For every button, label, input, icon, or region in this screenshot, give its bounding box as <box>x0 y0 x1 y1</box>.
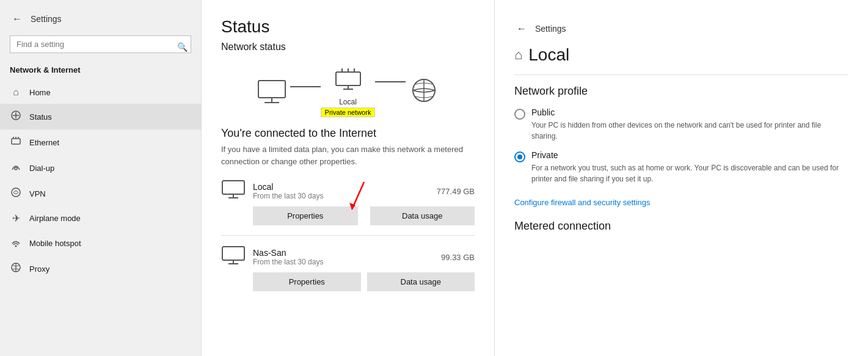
sidebar-item-airplane[interactable]: ✈ Airplane mode <box>0 206 201 230</box>
router-icon-container: Local Private network <box>321 65 376 117</box>
proxy-icon <box>10 262 22 275</box>
network-size2: 99.33 GB <box>441 253 475 262</box>
nassan-properties-button[interactable]: Properties <box>253 272 361 291</box>
sidebar-item-label: Dial-up <box>29 164 54 173</box>
private-content: Private For a network you trust, such as… <box>531 150 848 184</box>
sidebar-titlebar: ← Settings <box>0 7 201 33</box>
public-option: Public Your PC is hidden from other devi… <box>514 107 848 142</box>
public-radio[interactable] <box>514 109 525 120</box>
network-item-left2: Nas-San From the last 30 days <box>221 245 323 269</box>
router-label: Local <box>339 98 357 106</box>
public-desc: Your PC is hidden from other devices on … <box>531 120 848 142</box>
network-name2: Nas-San <box>253 248 323 258</box>
local-data-usage-button[interactable]: Data usage <box>370 206 475 225</box>
network-item-left: Local From the last 30 days <box>221 180 323 203</box>
network-profile-heading: Network profile <box>514 85 848 98</box>
private-option: Private For a network you trust, such as… <box>514 150 848 184</box>
private-network-badge: Private network <box>321 107 376 117</box>
svg-rect-23 <box>222 181 244 194</box>
globe-icon <box>406 76 442 106</box>
sidebar-item-label: VPN <box>29 189 46 198</box>
right-titlebar: ← Settings <box>514 17 848 45</box>
network-info: Local From the last 30 days <box>253 182 323 200</box>
network-name: Local <box>253 182 323 192</box>
monitor-icon2 <box>221 245 246 269</box>
sidebar-item-label: Status <box>29 112 52 122</box>
pc-icon <box>253 76 290 106</box>
network-sub: From the last 30 days <box>253 192 323 200</box>
public-content: Public Your PC is hidden from other devi… <box>531 107 848 142</box>
sidebar-title: Settings <box>31 14 62 24</box>
net-connector-line <box>290 86 321 87</box>
network-item-header2: Nas-San From the last 30 days 99.33 GB <box>221 245 475 269</box>
svg-rect-15 <box>336 72 360 85</box>
vpn-icon <box>10 187 22 200</box>
connected-sub: If you have a limited data plan, you can… <box>221 143 475 167</box>
sidebar-item-vpn[interactable]: VPN <box>0 181 201 206</box>
nassan-data-usage-button[interactable]: Data usage <box>367 272 475 291</box>
status-icon <box>10 110 22 123</box>
divider2 <box>514 74 848 75</box>
local-settings-panel: ← Settings ⌂ Local Network profile Publi… <box>495 0 868 356</box>
sidebar-item-label: Home <box>29 88 51 97</box>
sidebar-item-dialup[interactable]: Dial-up <box>0 155 201 181</box>
right-back-button[interactable]: ← <box>514 22 529 35</box>
status-panel: Status Network status Local Privat <box>202 0 495 356</box>
network-buttons-nassan: Properties Data usage <box>221 272 475 291</box>
private-desc: For a network you trust, such as at home… <box>531 162 848 184</box>
status-title: Status <box>221 17 475 37</box>
divider <box>221 235 475 236</box>
network-item-local: Local From the last 30 days 777.49 GB Pr… <box>221 180 475 225</box>
sidebar-item-proxy[interactable]: Proxy <box>0 256 201 282</box>
sidebar-item-label: Airplane mode <box>29 214 81 223</box>
network-buttons-local: Properties Data usage <box>221 206 475 225</box>
hotspot-icon <box>10 236 22 250</box>
network-size: 777.49 GB <box>437 187 475 196</box>
page-title-text: Local <box>528 45 569 65</box>
sidebar-item-label: Proxy <box>29 264 49 274</box>
private-label: Private <box>531 150 848 160</box>
nav-section-title: Network & Internet <box>0 60 201 81</box>
svg-rect-12 <box>258 81 285 98</box>
network-status-label: Network status <box>221 42 475 53</box>
metered-heading: Metered connection <box>514 220 848 233</box>
local-properties-button[interactable]: Properties <box>253 206 358 225</box>
network-info2: Nas-San From the last 30 days <box>253 248 323 266</box>
connected-text: You're connected to the Internet <box>221 127 475 140</box>
dialup-icon <box>10 161 22 175</box>
net-connector-line2 <box>375 81 406 82</box>
search-icon[interactable]: 🔍 <box>177 42 188 52</box>
search-input[interactable] <box>10 35 191 53</box>
monitor-icon <box>221 180 246 203</box>
svg-point-7 <box>15 167 17 170</box>
sidebar-item-ethernet[interactable]: Ethernet <box>0 129 201 155</box>
sidebar-item-label: Mobile hotspot <box>29 239 81 248</box>
sidebar-item-home[interactable]: ⌂ Home <box>0 81 201 104</box>
svg-point-8 <box>12 188 20 197</box>
svg-rect-28 <box>222 247 244 260</box>
network-item-nassan: Nas-San From the last 30 days 99.33 GB P… <box>221 245 475 291</box>
firewall-link[interactable]: Configure firewall and security settings <box>514 198 651 207</box>
network-diagram: Local Private network <box>221 65 475 117</box>
svg-point-9 <box>15 245 17 247</box>
network-item-header: Local From the last 30 days 777.49 GB <box>221 180 475 203</box>
back-button[interactable]: ← <box>10 12 24 26</box>
sidebar-item-hotspot[interactable]: Mobile hotspot <box>0 230 201 256</box>
airplane-icon: ✈ <box>10 213 22 224</box>
sidebar-item-status[interactable]: Status <box>0 104 201 129</box>
search-container: 🔍 <box>0 33 201 60</box>
ethernet-icon <box>10 136 22 149</box>
home-icon: ⌂ <box>10 87 22 98</box>
local-page-title: ⌂ Local <box>514 45 848 65</box>
home-icon: ⌂ <box>514 47 522 63</box>
private-radio[interactable] <box>514 151 525 162</box>
svg-rect-3 <box>12 139 20 144</box>
sidebar-item-label: Ethernet <box>29 138 59 147</box>
settings-sidebar: ← Settings 🔍 Network & Internet ⌂ Home S… <box>0 0 202 356</box>
public-label: Public <box>531 107 848 117</box>
right-settings-title: Settings <box>535 24 566 34</box>
network-sub2: From the last 30 days <box>253 258 323 266</box>
